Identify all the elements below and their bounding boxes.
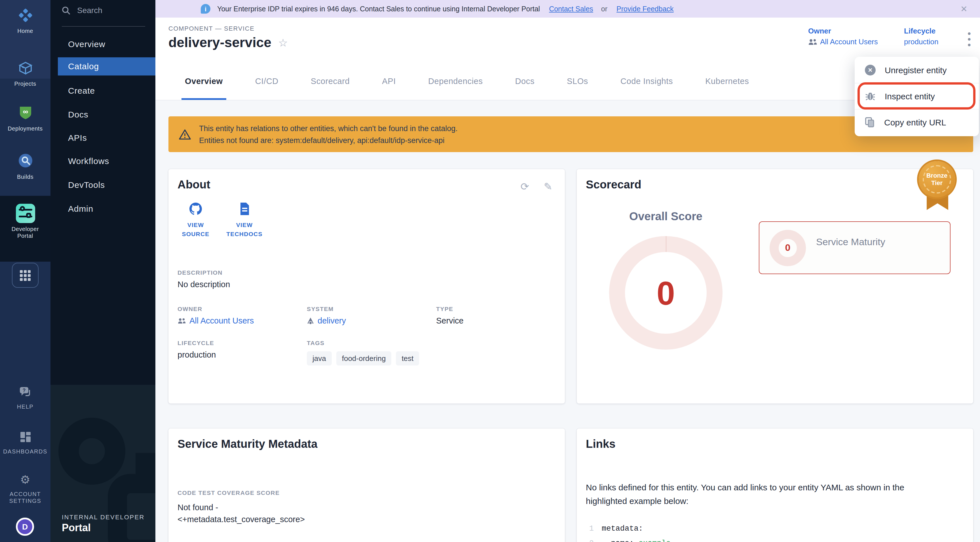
refresh-icon[interactable]: ⟳ — [520, 180, 529, 193]
sidebar-item-overview[interactable]: Overview — [51, 35, 155, 53]
rail-item-help[interactable]: ? HELP — [0, 384, 51, 410]
owner-meta: Owner All Account Users — [808, 27, 878, 46]
sidebar-item-workflows[interactable]: Workflows — [51, 152, 155, 170]
system-field-link[interactable]: delivery — [307, 316, 346, 325]
tab-slos[interactable]: SLOs — [567, 62, 588, 100]
rail-item-deployments[interactable]: ∞ Deployments — [0, 104, 51, 132]
lifecycle-meta: Lifecycle production — [904, 27, 938, 46]
rail-item-account-settings[interactable]: ⚙ ACCOUNT SETTINGS — [0, 471, 51, 504]
info-icon: i — [201, 4, 210, 14]
tab-dependencies[interactable]: Dependencies — [428, 62, 483, 100]
entity-kind-breadcrumb: COMPONENT — SERVICE — [169, 25, 255, 32]
system-icon — [307, 317, 314, 324]
overall-score-value: 0 — [657, 274, 675, 312]
tags-field-label: TAGS — [307, 340, 419, 346]
sidebar-item-admin[interactable]: Admin — [51, 200, 155, 218]
footer-kicker: INTERNAL DEVELOPER — [62, 513, 145, 520]
line-number: 2 — [586, 536, 594, 542]
rail-item-dashboards[interactable]: DASHBOARDS — [0, 429, 51, 454]
rail-item-home[interactable]: Home — [0, 7, 51, 34]
owner-link[interactable]: All Account Users — [808, 37, 878, 46]
home-icon — [17, 7, 34, 24]
search-label: Search — [77, 6, 102, 15]
sidebar-item-apis[interactable]: APIs — [51, 129, 155, 147]
close-icon[interactable]: ✕ — [957, 4, 971, 14]
decorative-circle — [59, 418, 125, 485]
bug-icon — [865, 91, 876, 102]
scorecard-title: Scorecard — [586, 178, 641, 191]
sidebar-search[interactable]: Search — [62, 6, 102, 15]
user-avatar[interactable]: D — [16, 518, 34, 536]
rail-item-builds[interactable]: Builds — [0, 152, 51, 180]
owner-field-link[interactable]: All Account Users — [178, 316, 254, 325]
tab-cicd[interactable]: CI/CD — [255, 62, 278, 100]
github-icon — [189, 202, 202, 216]
rail-item-projects[interactable]: Projects — [0, 60, 51, 87]
tab-docs[interactable]: Docs — [515, 62, 535, 100]
maturity-label: Service Maturity — [816, 237, 885, 248]
links-title: Links — [586, 438, 616, 451]
rail-label: Builds — [0, 174, 51, 180]
sidebar-item-docs[interactable]: Docs — [51, 105, 155, 124]
overall-score-label: Overall Score — [609, 210, 722, 223]
rail-label: Portal — [0, 233, 51, 239]
sidebar-item-devtools[interactable]: DevTools — [51, 176, 155, 194]
tag-chip[interactable]: java — [307, 351, 332, 365]
svg-text:?: ? — [22, 387, 25, 393]
system-field-label: SYSTEM — [307, 305, 346, 312]
rail-item-developer-portal-active[interactable]: Developer Portal — [0, 196, 51, 261]
rail-label: ACCOUNT — [0, 491, 51, 497]
view-techdocs-link[interactable]: VIEW TECHDOCS — [222, 202, 267, 238]
menu-item-copy-entity-url[interactable]: Copy entity URL — [855, 109, 979, 135]
code-text: metadata: — [602, 521, 643, 536]
yaml-example-code: 1 metadata: 2 name: example — [586, 521, 671, 542]
code-text: name: example — [602, 536, 671, 542]
rail-label: HELP — [0, 403, 51, 410]
about-actions: ⟳ ✎ — [520, 180, 552, 193]
sidebar-item-create[interactable]: Create — [51, 82, 155, 100]
type-field: TYPE Service — [436, 305, 464, 325]
tag-chip[interactable]: test — [396, 351, 419, 365]
service-maturity-scorecard[interactable]: 0 Service Maturity — [759, 222, 950, 274]
svg-text:∞: ∞ — [23, 107, 28, 116]
tab-api[interactable]: API — [382, 62, 396, 100]
maturity-donut: 0 — [770, 230, 806, 266]
tab-code-insights[interactable]: Code Insights — [620, 62, 673, 100]
badge-line-1: Bronze — [926, 172, 948, 179]
owner-field-label: OWNER — [178, 305, 254, 312]
tab-scorecard[interactable]: Scorecard — [311, 62, 350, 100]
people-icon — [178, 317, 186, 324]
footer-product-name: Portal — [62, 522, 145, 534]
grid-icon — [20, 270, 30, 281]
sidebar-item-catalog[interactable]: Catalog — [58, 57, 155, 75]
module-switcher-button[interactable] — [12, 263, 38, 288]
rail-label: Deployments — [0, 126, 51, 132]
developer-portal-icon — [16, 204, 35, 223]
about-card: About ⟳ ✎ VIEW SOURCE VIEW TECHDOCS DESC… — [169, 169, 565, 403]
decorative-bar — [135, 453, 155, 476]
maturity-score-value: 0 — [785, 242, 791, 254]
rail-label: Developer — [0, 226, 51, 232]
trial-message: Your Enterprise IDP trial expires in 946… — [217, 5, 540, 13]
help-chat-icon: ? — [17, 384, 34, 401]
people-icon — [808, 38, 817, 45]
contact-sales-link[interactable]: Contact Sales — [549, 5, 593, 13]
techdocs-icon — [238, 202, 251, 216]
view-source-label: VIEW SOURCE — [173, 220, 218, 238]
edit-icon[interactable]: ✎ — [544, 180, 552, 193]
tab-overview[interactable]: Overview — [185, 62, 223, 100]
divider — [62, 26, 145, 27]
scorecard-card: Scorecard Bronze Tier Overall Score 0 0 — [577, 169, 973, 403]
tab-kubernetes[interactable]: Kubernetes — [705, 62, 749, 100]
app-screen: Home Projects ∞ Deployments Builds Devel… — [0, 0, 980, 542]
provide-feedback-link[interactable]: Provide Feedback — [616, 5, 674, 13]
favorite-star-icon[interactable]: ☆ — [278, 36, 288, 49]
menu-item-unregister-entity[interactable]: ✕ Unregister entity — [855, 57, 979, 83]
menu-item-inspect-entity[interactable]: Inspect entity — [855, 83, 979, 109]
tag-chip[interactable]: food-ordering — [336, 351, 391, 365]
type-field-value: Service — [436, 316, 464, 325]
kebab-menu-icon[interactable]: ••• — [967, 31, 971, 48]
module-rail: Home Projects ∞ Deployments Builds Devel… — [0, 0, 51, 542]
rail-label: Projects — [0, 81, 51, 87]
view-source-link[interactable]: VIEW SOURCE — [173, 202, 218, 238]
